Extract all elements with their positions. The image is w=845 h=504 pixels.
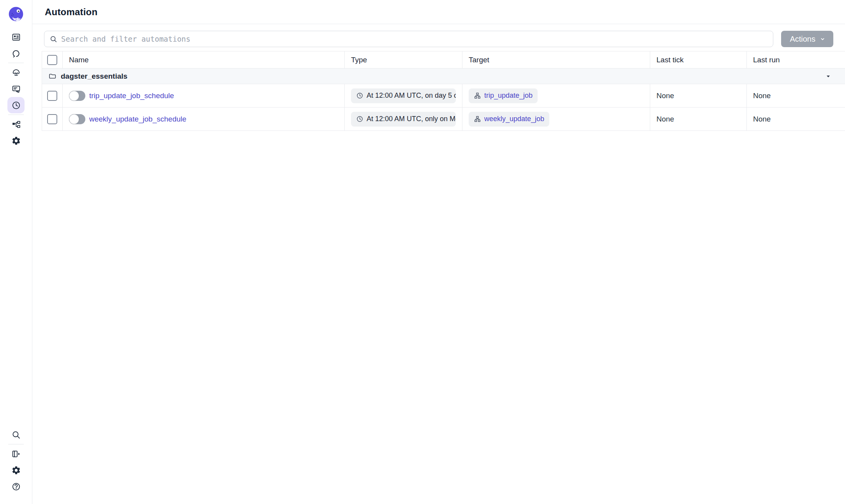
job-graph-icon bbox=[474, 92, 481, 99]
clock-icon bbox=[356, 92, 363, 99]
row-checkbox-cell bbox=[42, 107, 62, 130]
sidebar-item-user-settings[interactable] bbox=[7, 462, 25, 478]
overview-icon bbox=[11, 32, 21, 42]
runs-icon bbox=[11, 49, 21, 58]
target-link[interactable]: weekly_update_job bbox=[484, 115, 544, 123]
folder-icon bbox=[48, 72, 56, 80]
schedule-type-text: At 12:00 AM UTC, on day 5 of th… bbox=[367, 92, 456, 100]
schedule-toggle-off[interactable] bbox=[69, 114, 85, 124]
gear-icon bbox=[11, 465, 21, 475]
sidebar-item-runs[interactable] bbox=[7, 45, 25, 62]
sidebar-item-settings[interactable] bbox=[7, 132, 25, 149]
target-chip[interactable]: trip_update_job bbox=[469, 88, 538, 103]
sidebar-item-jobs[interactable] bbox=[7, 81, 25, 97]
schedule-name-link[interactable]: trip_update_job_schedule bbox=[89, 92, 174, 100]
search-input[interactable] bbox=[61, 35, 768, 43]
table-header-row: Name Type Target Last tick Last run bbox=[42, 51, 845, 69]
schedule-type-text: At 12:00 AM UTC, only on Mond… bbox=[367, 115, 456, 123]
target-cell: trip_update_job bbox=[462, 84, 650, 107]
toolbar: Actions bbox=[32, 24, 845, 51]
row-checkbox[interactable] bbox=[47, 91, 57, 101]
sidebar-item-search[interactable] bbox=[7, 426, 25, 443]
row-checkbox[interactable] bbox=[47, 114, 57, 124]
caret-down-icon bbox=[826, 74, 831, 79]
sidebar-bottom bbox=[7, 426, 25, 495]
deployment-icon bbox=[11, 68, 21, 78]
page-header: Automation bbox=[32, 0, 845, 24]
search-icon bbox=[49, 35, 58, 43]
expand-panel-icon bbox=[11, 449, 21, 459]
column-header-last-tick: Last tick bbox=[650, 51, 746, 68]
target-chip[interactable]: weekly_update_job bbox=[469, 112, 549, 127]
last-tick-cell: None bbox=[650, 107, 746, 130]
actions-button-label: Actions bbox=[790, 35, 815, 44]
dagster-octopus-icon bbox=[7, 5, 25, 23]
toggle-knob bbox=[69, 114, 79, 124]
select-all-checkbox[interactable] bbox=[47, 55, 57, 65]
last-run-cell: None bbox=[746, 84, 845, 107]
sidebar-item-help[interactable] bbox=[7, 478, 25, 495]
column-header-last-run: Last run bbox=[746, 51, 845, 68]
column-header-name: Name bbox=[62, 51, 344, 68]
clock-icon bbox=[356, 115, 363, 123]
sidebar-divider bbox=[8, 63, 24, 63]
lineage-icon bbox=[11, 120, 21, 129]
column-header-type: Type bbox=[344, 51, 462, 68]
schedule-name-link[interactable]: weekly_update_job_schedule bbox=[89, 115, 186, 123]
type-cell: At 12:00 AM UTC, only on Mond… bbox=[344, 107, 462, 130]
help-icon bbox=[11, 482, 21, 492]
sidebar-item-automation[interactable] bbox=[7, 97, 25, 113]
clock-icon bbox=[11, 100, 21, 110]
schedule-toggle-off[interactable] bbox=[69, 91, 85, 101]
sidebar-divider bbox=[8, 444, 24, 444]
sidebar-item-deployment[interactable] bbox=[7, 64, 25, 81]
table-row: weekly_update_job_schedule At 12:00 AM U… bbox=[42, 107, 845, 131]
jobs-icon bbox=[11, 84, 21, 94]
last-run-cell: None bbox=[746, 107, 845, 130]
sidebar-divider bbox=[8, 115, 24, 115]
search-icon bbox=[11, 430, 21, 440]
sidebar-item-lineage[interactable] bbox=[7, 116, 25, 132]
target-cell: weekly_update_job bbox=[462, 107, 650, 130]
group-name: dagster_essentials bbox=[61, 72, 127, 81]
table-row: trip_update_job_schedule At 12:00 AM UTC… bbox=[42, 84, 845, 107]
target-link[interactable]: trip_update_job bbox=[484, 92, 533, 100]
main-content: Automation Actions Name Type Target Last bbox=[32, 0, 845, 504]
group-collapse-caret[interactable] bbox=[826, 74, 831, 79]
gear-icon bbox=[11, 136, 21, 146]
schedule-type-chip: At 12:00 AM UTC, only on Mond… bbox=[351, 112, 456, 127]
column-header-target: Target bbox=[462, 51, 650, 68]
chevron-down-icon bbox=[819, 35, 826, 43]
page-title: Automation bbox=[45, 7, 97, 18]
name-cell: trip_update_job_schedule bbox=[62, 84, 344, 107]
last-tick-cell: None bbox=[650, 84, 746, 107]
group-row[interactable]: dagster_essentials bbox=[42, 69, 845, 84]
row-checkbox-cell bbox=[42, 84, 62, 107]
actions-button[interactable]: Actions bbox=[781, 31, 833, 47]
search-box bbox=[44, 31, 773, 47]
automations-table: Name Type Target Last tick Last run dags… bbox=[42, 51, 845, 131]
type-cell: At 12:00 AM UTC, on day 5 of th… bbox=[344, 84, 462, 107]
sidebar bbox=[0, 0, 32, 504]
header-checkbox-cell bbox=[42, 51, 62, 68]
name-cell: weekly_update_job_schedule bbox=[62, 107, 344, 130]
dagster-logo[interactable] bbox=[7, 5, 25, 23]
sidebar-item-expand-panel[interactable] bbox=[7, 446, 25, 462]
job-graph-icon bbox=[474, 115, 481, 123]
toggle-knob bbox=[69, 91, 79, 101]
schedule-type-chip: At 12:00 AM UTC, on day 5 of th… bbox=[351, 88, 456, 103]
sidebar-item-overview[interactable] bbox=[7, 29, 25, 45]
